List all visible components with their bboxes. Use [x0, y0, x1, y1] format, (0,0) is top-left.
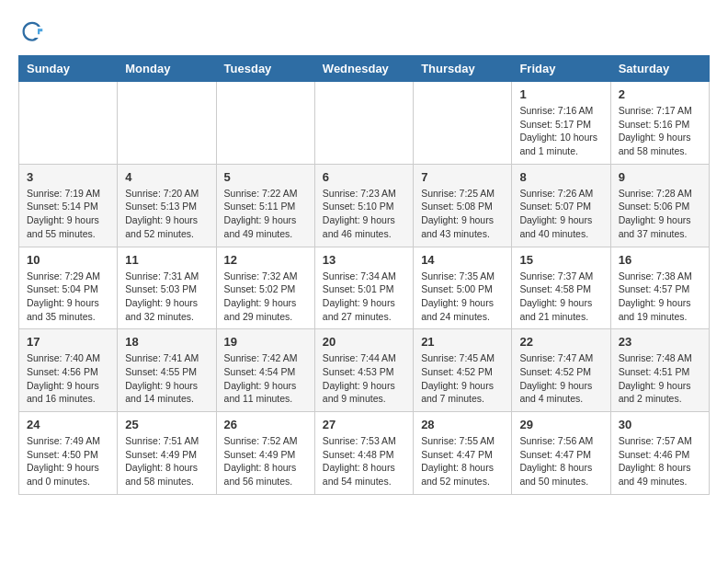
day-number: 12	[224, 253, 307, 267]
calendar-cell: 11Sunrise: 7:31 AM Sunset: 5:03 PM Dayli…	[118, 247, 216, 329]
day-info: Sunrise: 7:56 AM Sunset: 4:47 PM Dayligh…	[519, 434, 602, 488]
day-number: 14	[421, 253, 504, 267]
day-number: 24	[27, 418, 109, 431]
day-number: 25	[125, 418, 208, 431]
calendar-cell: 8Sunrise: 7:26 AM Sunset: 5:07 PM Daylig…	[512, 164, 610, 247]
calendar-cell: 18Sunrise: 7:41 AM Sunset: 4:55 PM Dayli…	[118, 329, 216, 412]
calendar-header: SundayMondayTuesdayWednesdayThursdayFrid…	[19, 56, 710, 82]
day-number: 4	[125, 170, 208, 184]
day-number: 30	[619, 418, 701, 431]
day-info: Sunrise: 7:44 AM Sunset: 4:53 PM Dayligh…	[323, 351, 405, 406]
day-info: Sunrise: 7:19 AM Sunset: 5:14 PM Dayligh…	[27, 187, 109, 241]
day-number: 7	[421, 170, 504, 184]
calendar-cell	[314, 82, 413, 165]
day-info: Sunrise: 7:53 AM Sunset: 4:48 PM Dayligh…	[323, 434, 405, 488]
calendar-cell	[118, 82, 216, 165]
calendar-cell: 25Sunrise: 7:51 AM Sunset: 4:49 PM Dayli…	[118, 412, 216, 495]
page-header	[18, 18, 710, 46]
day-info: Sunrise: 7:51 AM Sunset: 4:49 PM Dayligh…	[125, 434, 208, 488]
day-number: 11	[125, 253, 208, 267]
day-info: Sunrise: 7:38 AM Sunset: 4:57 PM Dayligh…	[619, 270, 701, 324]
day-info: Sunrise: 7:22 AM Sunset: 5:11 PM Dayligh…	[224, 187, 307, 241]
calendar-cell: 27Sunrise: 7:53 AM Sunset: 4:48 PM Dayli…	[314, 412, 413, 495]
calendar-cell	[19, 82, 118, 165]
day-number: 26	[224, 418, 307, 431]
day-info: Sunrise: 7:28 AM Sunset: 5:06 PM Dayligh…	[619, 187, 701, 241]
day-info: Sunrise: 7:29 AM Sunset: 5:04 PM Dayligh…	[27, 270, 109, 324]
calendar-cell: 9Sunrise: 7:28 AM Sunset: 5:06 PM Daylig…	[610, 164, 709, 247]
weekday-header-friday: Friday	[512, 56, 610, 82]
day-number: 5	[224, 170, 307, 184]
day-info: Sunrise: 7:25 AM Sunset: 5:08 PM Dayligh…	[421, 187, 504, 241]
day-number: 21	[421, 335, 504, 349]
day-number: 27	[323, 418, 405, 431]
calendar-cell: 6Sunrise: 7:23 AM Sunset: 5:10 PM Daylig…	[314, 164, 413, 247]
calendar-cell: 15Sunrise: 7:37 AM Sunset: 4:58 PM Dayli…	[512, 247, 610, 329]
day-info: Sunrise: 7:52 AM Sunset: 4:49 PM Dayligh…	[224, 434, 307, 488]
calendar-cell: 21Sunrise: 7:45 AM Sunset: 4:52 PM Dayli…	[414, 329, 512, 412]
calendar-cell: 26Sunrise: 7:52 AM Sunset: 4:49 PM Dayli…	[216, 412, 314, 495]
weekday-header-tuesday: Tuesday	[216, 56, 314, 82]
day-info: Sunrise: 7:17 AM Sunset: 5:16 PM Dayligh…	[619, 104, 701, 158]
day-info: Sunrise: 7:55 AM Sunset: 4:47 PM Dayligh…	[421, 434, 504, 488]
day-number: 15	[519, 253, 602, 267]
calendar-cell: 7Sunrise: 7:25 AM Sunset: 5:08 PM Daylig…	[414, 164, 512, 247]
day-info: Sunrise: 7:41 AM Sunset: 4:55 PM Dayligh…	[125, 351, 208, 406]
day-info: Sunrise: 7:47 AM Sunset: 4:52 PM Dayligh…	[519, 351, 602, 406]
calendar-cell: 2Sunrise: 7:17 AM Sunset: 5:16 PM Daylig…	[610, 82, 709, 165]
calendar-cell: 28Sunrise: 7:55 AM Sunset: 4:47 PM Dayli…	[414, 412, 512, 495]
day-number: 3	[27, 170, 109, 184]
day-number: 1	[519, 87, 602, 101]
calendar-cell: 3Sunrise: 7:19 AM Sunset: 5:14 PM Daylig…	[19, 164, 118, 247]
day-number: 16	[619, 253, 701, 267]
calendar-cell	[414, 82, 512, 165]
day-info: Sunrise: 7:16 AM Sunset: 5:17 PM Dayligh…	[519, 104, 602, 158]
day-number: 8	[519, 170, 602, 184]
calendar-cell: 16Sunrise: 7:38 AM Sunset: 4:57 PM Dayli…	[610, 247, 709, 329]
calendar-week-row: 3Sunrise: 7:19 AM Sunset: 5:14 PM Daylig…	[19, 164, 710, 247]
day-number: 13	[323, 253, 405, 267]
day-info: Sunrise: 7:26 AM Sunset: 5:07 PM Dayligh…	[519, 187, 602, 241]
day-info: Sunrise: 7:31 AM Sunset: 5:03 PM Dayligh…	[125, 270, 208, 324]
calendar-cell: 29Sunrise: 7:56 AM Sunset: 4:47 PM Dayli…	[512, 412, 610, 495]
calendar-cell: 14Sunrise: 7:35 AM Sunset: 5:00 PM Dayli…	[414, 247, 512, 329]
logo	[18, 18, 51, 46]
day-number: 22	[519, 335, 602, 349]
day-number: 9	[619, 170, 701, 184]
calendar-cell: 10Sunrise: 7:29 AM Sunset: 5:04 PM Dayli…	[19, 247, 118, 329]
weekday-header-sunday: Sunday	[19, 56, 118, 82]
day-number: 20	[323, 335, 405, 349]
calendar-week-row: 10Sunrise: 7:29 AM Sunset: 5:04 PM Dayli…	[19, 247, 710, 329]
weekday-header-wednesday: Wednesday	[314, 56, 413, 82]
day-number: 18	[125, 335, 208, 349]
calendar-cell: 5Sunrise: 7:22 AM Sunset: 5:11 PM Daylig…	[216, 164, 314, 247]
day-number: 2	[619, 87, 701, 101]
day-number: 17	[27, 335, 109, 349]
calendar-cell: 24Sunrise: 7:49 AM Sunset: 4:50 PM Dayli…	[19, 412, 118, 495]
day-number: 23	[619, 335, 701, 349]
day-info: Sunrise: 7:35 AM Sunset: 5:00 PM Dayligh…	[421, 270, 504, 324]
calendar-cell: 23Sunrise: 7:48 AM Sunset: 4:51 PM Dayli…	[610, 329, 709, 412]
weekday-header-row: SundayMondayTuesdayWednesdayThursdayFrid…	[19, 56, 710, 82]
day-number: 19	[224, 335, 307, 349]
day-info: Sunrise: 7:57 AM Sunset: 4:46 PM Dayligh…	[619, 434, 701, 488]
day-info: Sunrise: 7:49 AM Sunset: 4:50 PM Dayligh…	[27, 434, 109, 488]
day-info: Sunrise: 7:48 AM Sunset: 4:51 PM Dayligh…	[619, 351, 701, 406]
calendar-cell: 22Sunrise: 7:47 AM Sunset: 4:52 PM Dayli…	[512, 329, 610, 412]
weekday-header-thursday: Thursday	[414, 56, 512, 82]
day-info: Sunrise: 7:32 AM Sunset: 5:02 PM Dayligh…	[224, 270, 307, 324]
calendar-week-row: 1Sunrise: 7:16 AM Sunset: 5:17 PM Daylig…	[19, 82, 710, 165]
day-info: Sunrise: 7:37 AM Sunset: 4:58 PM Dayligh…	[519, 270, 602, 324]
calendar-cell: 19Sunrise: 7:42 AM Sunset: 4:54 PM Dayli…	[216, 329, 314, 412]
day-info: Sunrise: 7:20 AM Sunset: 5:13 PM Dayligh…	[125, 187, 208, 241]
day-number: 29	[519, 418, 602, 431]
logo-icon	[18, 18, 46, 46]
weekday-header-saturday: Saturday	[610, 56, 709, 82]
day-number: 6	[323, 170, 405, 184]
day-info: Sunrise: 7:42 AM Sunset: 4:54 PM Dayligh…	[224, 351, 307, 406]
day-info: Sunrise: 7:45 AM Sunset: 4:52 PM Dayligh…	[421, 351, 504, 406]
calendar-cell: 1Sunrise: 7:16 AM Sunset: 5:17 PM Daylig…	[512, 82, 610, 165]
day-info: Sunrise: 7:23 AM Sunset: 5:10 PM Dayligh…	[323, 187, 405, 241]
weekday-header-monday: Monday	[118, 56, 216, 82]
calendar-cell: 30Sunrise: 7:57 AM Sunset: 4:46 PM Dayli…	[610, 412, 709, 495]
